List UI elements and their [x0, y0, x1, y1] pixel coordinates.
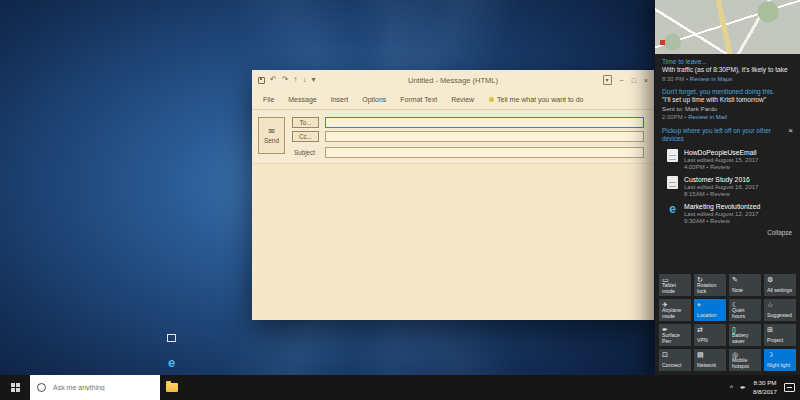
- document-title: Customer Study 2016: [684, 176, 758, 183]
- undo-icon[interactable]: ↶: [270, 76, 277, 84]
- notification-body: With traffic (as of 8:30PM), it's likely…: [662, 66, 793, 74]
- tab-options[interactable]: Options: [355, 94, 393, 105]
- maximize-button[interactable]: □: [632, 77, 636, 84]
- quick-action-surface-pen[interactable]: ✒ Surface Pen: [659, 324, 691, 346]
- tab-message[interactable]: Message: [281, 94, 323, 105]
- address-rows: To... Cc... Subject: [292, 117, 644, 158]
- tell-me-label: Tell me what you want to do: [497, 96, 583, 103]
- quick-action-battery-saver[interactable]: ▯ Battery saver: [729, 324, 761, 346]
- to-field[interactable]: [325, 117, 644, 128]
- desktop: Untitled - Message (HTML) ↶ ↷ ↑ ↓ ▾ ▾ − …: [0, 0, 800, 400]
- tab-review[interactable]: Review: [444, 94, 481, 105]
- star-icon: ☆: [767, 301, 793, 308]
- close-button[interactable]: ×: [644, 77, 648, 84]
- ribbon-tabs: File Message Insert Options Format Text …: [252, 90, 654, 110]
- lightbulb-icon: [489, 97, 494, 102]
- tab-insert[interactable]: Insert: [324, 94, 356, 105]
- previous-item-icon[interactable]: ↑: [293, 76, 297, 84]
- quick-action-tablet-mode[interactable]: ▭ Tablet mode: [659, 274, 691, 296]
- message-body-editor[interactable]: [252, 163, 654, 320]
- night-light-icon: ☽: [767, 351, 793, 358]
- tab-format-text[interactable]: Format Text: [393, 94, 444, 105]
- pen-tray-icon[interactable]: ✒: [740, 384, 746, 391]
- document-item[interactable]: e Marketing Revolutionized Last edited A…: [655, 199, 800, 226]
- folder-icon: [166, 383, 178, 392]
- notification-body: "I'll set up time with Kristi tomorrow": [662, 96, 793, 104]
- send-button[interactable]: ✉ Send: [258, 117, 285, 154]
- outlook-message-window: Untitled - Message (HTML) ↶ ↷ ↑ ↓ ▾ ▾ − …: [252, 70, 654, 320]
- redo-icon[interactable]: ↷: [282, 76, 289, 84]
- cortana-search-box[interactable]: [30, 375, 160, 400]
- title-bar[interactable]: Untitled - Message (HTML) ↶ ↷ ↑ ↓ ▾ ▾ − …: [252, 70, 654, 90]
- edge-button[interactable]: e: [160, 350, 183, 375]
- quick-action-mobile-hotspot[interactable]: ◎ Mobile hotspot: [729, 349, 761, 371]
- ribbon-display-options-icon[interactable]: ▾: [603, 75, 612, 85]
- minimize-button[interactable]: −: [620, 77, 624, 84]
- cc-button[interactable]: Cc...: [292, 131, 319, 142]
- quick-action-night-light[interactable]: ☽ Night light: [764, 349, 796, 371]
- quick-action-all-settings[interactable]: ⚙ All settings: [764, 274, 796, 296]
- clock-date: 8/8/2017: [753, 388, 777, 397]
- quick-action-project[interactable]: ⊞ Project: [764, 324, 796, 346]
- task-view-icon: [167, 334, 176, 342]
- quick-action-airplane-mode[interactable]: ✈ Airplane mode: [659, 299, 691, 321]
- document-edited: Last edited August 15, 2017: [684, 157, 758, 163]
- tell-me-box[interactable]: Tell me what you want to do: [489, 96, 583, 103]
- start-button[interactable]: [0, 375, 30, 400]
- collapse-link[interactable]: Collapse: [655, 226, 800, 236]
- cortana-icon: [37, 383, 46, 392]
- map-pin-icon: [660, 40, 665, 45]
- send-label: Send: [264, 137, 279, 144]
- pickup-section-header: Pickup where you left off on your other …: [655, 122, 800, 144]
- document-edited: Last edited August 16, 2017: [684, 184, 758, 190]
- clock[interactable]: 8:30 PM 8/8/2017: [753, 379, 777, 397]
- file-explorer-button[interactable]: [160, 375, 183, 400]
- next-item-icon[interactable]: ↓: [302, 76, 306, 84]
- quick-action-note[interactable]: ✎ Note: [729, 274, 761, 296]
- notification-maps[interactable]: Time to leave... With traffic (as of 8:3…: [655, 54, 800, 84]
- search-input[interactable]: [51, 383, 153, 392]
- document-item[interactable]: Customer Study 2016 Last edited August 1…: [655, 172, 800, 199]
- word-document-icon: [667, 149, 678, 162]
- cc-field[interactable]: [325, 131, 644, 142]
- to-row: To...: [292, 117, 644, 128]
- word-document-icon: [667, 176, 678, 189]
- document-title: HowDoPeopleUseEmail: [684, 149, 758, 156]
- quick-actions-grid: ▭ Tablet mode ↻ Rotation lock ✎ Note ⚙ A…: [655, 271, 800, 375]
- action-center-icon[interactable]: [784, 383, 795, 392]
- tab-file[interactable]: File: [256, 94, 281, 105]
- envelope-icon: ✉: [268, 128, 275, 136]
- document-title: Marketing Revolutionized: [684, 203, 760, 210]
- notification-action-link[interactable]: Review in Maps: [690, 76, 732, 82]
- document-edited: Last edited August 12, 2017: [684, 211, 760, 217]
- quick-action-quiet-hours[interactable]: ☾ Quiet hours: [729, 299, 761, 321]
- maps-traffic-thumbnail[interactable]: [655, 0, 800, 54]
- to-button[interactable]: To...: [292, 117, 319, 128]
- notification-mail[interactable]: Don't forget, you mentioned doing this. …: [655, 84, 800, 122]
- quick-action-location[interactable]: ⌖ Location: [694, 299, 726, 321]
- taskbar-app-icons: e: [160, 325, 183, 400]
- network-icon: ▤: [697, 351, 723, 358]
- subject-field[interactable]: [325, 147, 644, 158]
- quick-action-network[interactable]: ▤ Network: [694, 349, 726, 371]
- close-icon[interactable]: ×: [788, 127, 793, 135]
- edge-icon: e: [168, 356, 175, 369]
- note-icon: ✎: [732, 276, 758, 283]
- hidden-icons-chevron-icon[interactable]: ^: [730, 384, 733, 391]
- clock-time: 8:30 PM: [753, 379, 777, 388]
- quick-action-suggested[interactable]: ☆ Suggested: [764, 299, 796, 321]
- notification-title: Time to leave...: [662, 58, 793, 65]
- document-item[interactable]: HowDoPeopleUseEmail Last edited August 1…: [655, 145, 800, 172]
- quick-action-connect[interactable]: ⊡ Connect: [659, 349, 691, 371]
- message-header-fields: ✉ Send To... Cc... Subject: [252, 110, 654, 163]
- notification-meta: 8:30 PM • Review in Maps: [662, 76, 793, 82]
- quick-action-rotation-lock[interactable]: ↻ Rotation lock: [694, 274, 726, 296]
- task-view-button[interactable]: [160, 325, 183, 350]
- save-icon[interactable]: [258, 77, 265, 84]
- system-tray: ^ ✒ 8:30 PM 8/8/2017: [725, 375, 800, 400]
- quick-action-vpn[interactable]: ⇄ VPN: [694, 324, 726, 346]
- notification-action-link[interactable]: Review in Mail: [688, 114, 727, 120]
- document-meta: 9:30AM • Review: [684, 218, 760, 224]
- customize-toolbar-icon[interactable]: ▾: [311, 76, 315, 84]
- notification-title: Don't forget, you mentioned doing this.: [662, 88, 793, 95]
